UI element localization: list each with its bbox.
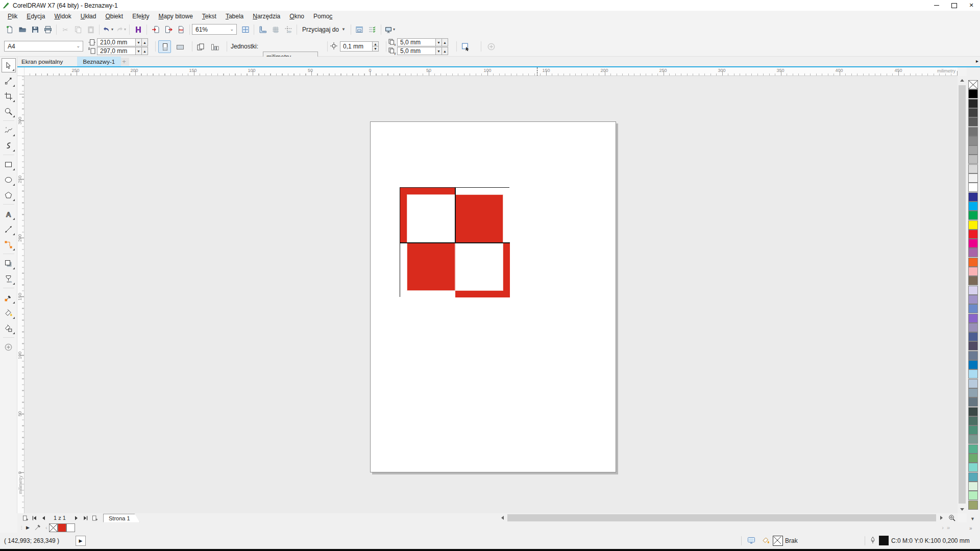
page-a4[interactable] [370, 121, 616, 472]
page-width-up[interactable]: ▲ [142, 38, 148, 46]
status-flyout-button[interactable]: ▶ [76, 536, 86, 546]
options-button[interactable] [353, 23, 366, 36]
magnifier-icon[interactable] [946, 513, 958, 522]
last-page-button[interactable] [81, 514, 90, 522]
palette-color-swatch[interactable] [968, 117, 978, 127]
open-button[interactable] [16, 23, 29, 36]
add-tools-button[interactable] [2, 340, 16, 354]
copy-button[interactable] [71, 23, 84, 36]
duplicate-y-field[interactable]: 5,0 mm [397, 47, 436, 55]
eyedropper-icon[interactable] [32, 522, 44, 533]
next-page-button[interactable] [71, 514, 81, 522]
monitor-icon[interactable] [747, 536, 755, 546]
show-rulers-button[interactable] [256, 23, 269, 36]
palette-color-swatch[interactable] [968, 425, 978, 435]
duplicate-x-down[interactable]: ▼ [436, 38, 442, 46]
palette-color-swatch[interactable] [968, 276, 978, 285]
show-guidelines-button[interactable] [282, 23, 295, 36]
palette-color-swatch[interactable] [968, 435, 978, 444]
quick-customize-button[interactable] [366, 23, 379, 36]
landscape-button[interactable] [174, 40, 186, 53]
palette-color-swatch[interactable] [968, 136, 978, 145]
palette-color-swatch[interactable] [968, 416, 978, 425]
palette-flyout-icon[interactable]: ▶ [24, 525, 32, 530]
document-tab-ekran-powitalny[interactable]: Ekran powitalny [15, 57, 69, 66]
all-pages-button[interactable] [194, 40, 207, 53]
duplicate-x-up[interactable]: ▲ [442, 38, 448, 46]
palette-color-swatch[interactable] [968, 155, 978, 164]
freehand-tool[interactable] [2, 123, 16, 137]
polygon-tool[interactable] [2, 188, 16, 202]
search-content-button[interactable] [132, 23, 144, 36]
application-launcher-button[interactable]: ▾ [383, 23, 396, 36]
save-button[interactable] [29, 23, 41, 36]
palette-color-swatch[interactable] [968, 323, 978, 332]
palette-color-swatch[interactable] [968, 202, 978, 211]
page-height-up[interactable]: ▲ [142, 47, 148, 55]
doc-palette-no-fill-swatch[interactable] [49, 523, 58, 532]
horizontal-scrollbar[interactable] [498, 513, 958, 522]
palette-color-swatch[interactable] [968, 145, 978, 155]
palette-scroll-down[interactable]: ▼ [970, 516, 975, 521]
doc-palette-color-swatch[interactable] [58, 523, 66, 532]
doc-palette-color-swatch[interactable] [66, 523, 75, 532]
palette-color-swatch[interactable] [968, 304, 978, 313]
page-height-field[interactable]: 297,0 mm [97, 47, 136, 55]
checkerboard-artwork[interactable] [400, 187, 509, 297]
palette-color-swatch[interactable] [968, 127, 978, 136]
shape-tool[interactable] [2, 73, 16, 88]
connector-tool[interactable] [2, 237, 16, 252]
palette-color-swatch[interactable] [968, 230, 978, 239]
import-button[interactable] [149, 23, 162, 36]
doc-palette-scroll-left[interactable]: ‹ [44, 524, 49, 531]
page-preset-select[interactable]: A4⌄ [4, 41, 83, 52]
palette-expand[interactable]: » [969, 525, 972, 531]
palette-color-swatch[interactable] [968, 444, 978, 454]
menu-pomoc[interactable]: Pomoc [309, 11, 337, 22]
palette-color-swatch[interactable] [968, 351, 978, 360]
color-eyedropper-tool[interactable] [2, 290, 16, 305]
tab-overflow-icon[interactable]: ▸ [976, 58, 978, 64]
redo-button[interactable]: ▾ [114, 23, 127, 36]
minimize-button[interactable] [928, 0, 945, 11]
menu-efekty[interactable]: Efekty [128, 11, 154, 22]
fill-bucket-icon[interactable] [762, 536, 770, 546]
previous-page-button[interactable] [39, 514, 48, 522]
palette-color-swatch[interactable] [968, 369, 978, 379]
add-controls-button[interactable] [485, 40, 498, 53]
palette-color-swatch[interactable] [968, 286, 978, 295]
treat-as-filled-button[interactable] [459, 40, 472, 53]
palette-color-swatch[interactable] [968, 239, 978, 248]
drop-shadow-tool[interactable] [2, 256, 16, 270]
menu-plik[interactable]: Plik [3, 11, 22, 22]
nudge-field[interactable]: 0,1 mm [340, 41, 373, 52]
palette-color-swatch[interactable] [968, 454, 978, 463]
cut-button[interactable]: ✂ [59, 23, 71, 36]
palette-color-swatch[interactable] [968, 248, 978, 257]
horizontal-ruler[interactable]: milimetry 250200150100500501001502002503… [24, 67, 958, 76]
palette-drag-handle[interactable]: ⋮ [19, 525, 24, 530]
palette-color-swatch[interactable] [968, 500, 978, 510]
interactive-fill-tool[interactable] [2, 306, 16, 320]
new-document-button[interactable] [3, 23, 16, 36]
close-button[interactable]: ✕ [963, 0, 980, 11]
palette-color-swatch[interactable] [968, 295, 978, 304]
menu-tekst[interactable]: Tekst [198, 11, 221, 22]
doc-palette-scroll-right[interactable]: › [940, 524, 945, 531]
duplicate-y-up[interactable]: ▲ [442, 47, 448, 55]
paste-button[interactable] [84, 23, 97, 36]
pick-tool[interactable] [2, 58, 16, 72]
show-grid-button[interactable] [269, 23, 282, 36]
doc-palette-expand[interactable]: » [945, 524, 951, 531]
portrait-button[interactable] [158, 40, 171, 53]
menu-mapy-bitowe[interactable]: Mapy bitowe [154, 11, 197, 22]
print-button[interactable] [41, 23, 54, 36]
dimension-tool[interactable] [2, 222, 16, 236]
duplicate-x-field[interactable]: 5,0 mm [397, 38, 436, 46]
scroll-left-button[interactable] [498, 513, 506, 522]
ellipse-tool[interactable] [2, 172, 16, 187]
menu-narzędzia[interactable]: Narzędzia [248, 11, 285, 22]
palette-color-swatch[interactable] [968, 173, 978, 183]
nudge-up[interactable]: ▲ [373, 41, 379, 46]
vertical-scrollbar[interactable] [958, 76, 967, 513]
